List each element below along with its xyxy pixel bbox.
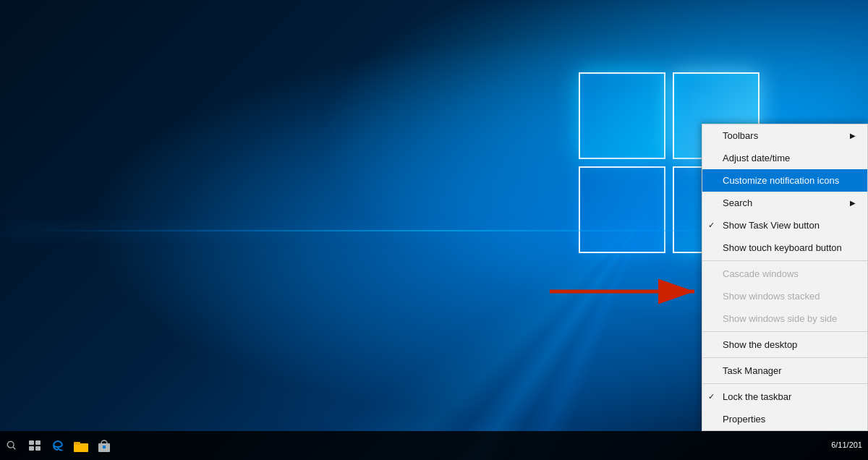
menu-item-task-manager[interactable]: Task Manager [702, 359, 867, 382]
menu-separator [702, 357, 867, 358]
file-explorer-button[interactable] [69, 431, 93, 460]
taskbar-time: 6/11/201 [831, 440, 862, 451]
menu-item-show-touch-keyboard[interactable]: Show touch keyboard button [702, 237, 867, 259]
submenu-arrow-toolbars: ▶ [850, 132, 856, 140]
task-view-icon [29, 440, 41, 451]
search-icon [7, 440, 17, 451]
menu-item-show-side-by-side: Show windows side by side [702, 307, 867, 330]
menu-item-search[interactable]: Search▶ [702, 192, 867, 214]
svg-rect-11 [103, 446, 106, 448]
menu-item-label-lock-taskbar: Lock the taskbar [723, 391, 791, 402]
submenu-arrow-search: ▶ [850, 199, 856, 207]
svg-rect-6 [29, 446, 34, 451]
svg-line-3 [13, 447, 15, 449]
menu-item-label-toolbars: Toolbars [723, 130, 758, 141]
annotation-arrow [550, 277, 709, 309]
menu-item-label-show-touch-keyboard: Show touch keyboard button [723, 242, 842, 253]
menu-item-label-show-stacked: Show windows stacked [723, 291, 820, 302]
menu-item-show-desktop[interactable]: Show the desktop [702, 333, 867, 356]
menu-item-label-task-manager: Task Manager [723, 365, 782, 376]
menu-item-properties[interactable]: Properties [702, 408, 867, 430]
menu-item-label-customize-notifications: Customize notification icons [723, 175, 839, 186]
win-pane-top-left [579, 72, 665, 159]
svg-rect-5 [35, 440, 41, 445]
menu-separator [702, 383, 867, 384]
task-view-button[interactable] [23, 431, 46, 460]
store-icon [98, 439, 111, 452]
menu-item-label-show-side-by-side: Show windows side by side [723, 313, 837, 324]
taskbar: 6/11/201 [0, 431, 868, 460]
edge-icon [51, 439, 64, 452]
svg-rect-7 [35, 446, 41, 451]
menu-item-customize-notifications[interactable]: Customize notification icons [702, 169, 867, 192]
menu-item-label-show-task-view: Show Task View button [723, 220, 820, 231]
edge-browser-button[interactable] [46, 431, 69, 460]
win-pane-bottom-left [579, 166, 665, 253]
menu-item-label-show-desktop: Show the desktop [723, 339, 797, 350]
menu-item-label-adjust-datetime: Adjust date/time [723, 153, 790, 163]
taskbar-search-icon[interactable] [0, 431, 23, 460]
menu-item-label-properties: Properties [723, 414, 765, 425]
menu-item-toolbars[interactable]: Toolbars▶ [702, 124, 867, 147]
menu-item-cascade-windows: Cascade windows [702, 263, 867, 285]
menu-separator [702, 331, 867, 332]
store-button[interactable] [93, 431, 116, 460]
desktop: Toolbars▶Adjust date/timeCustomize notif… [0, 0, 868, 460]
svg-rect-4 [29, 440, 34, 445]
taskbar-datetime[interactable]: 6/11/201 [831, 440, 862, 451]
menu-item-show-stacked: Show windows stacked [702, 285, 867, 307]
svg-point-2 [7, 441, 14, 448]
menu-item-show-task-view[interactable]: Show Task View button [702, 214, 867, 237]
menu-item-adjust-datetime[interactable]: Adjust date/time [702, 147, 867, 169]
menu-item-label-search: Search [723, 197, 752, 208]
context-menu: Toolbars▶Adjust date/timeCustomize notif… [702, 124, 868, 431]
file-explorer-icon [74, 439, 88, 452]
menu-separator [702, 260, 867, 261]
menu-item-lock-taskbar[interactable]: Lock the taskbar [702, 386, 867, 408]
menu-item-label-cascade-windows: Cascade windows [723, 268, 799, 279]
svg-rect-9 [74, 442, 80, 445]
